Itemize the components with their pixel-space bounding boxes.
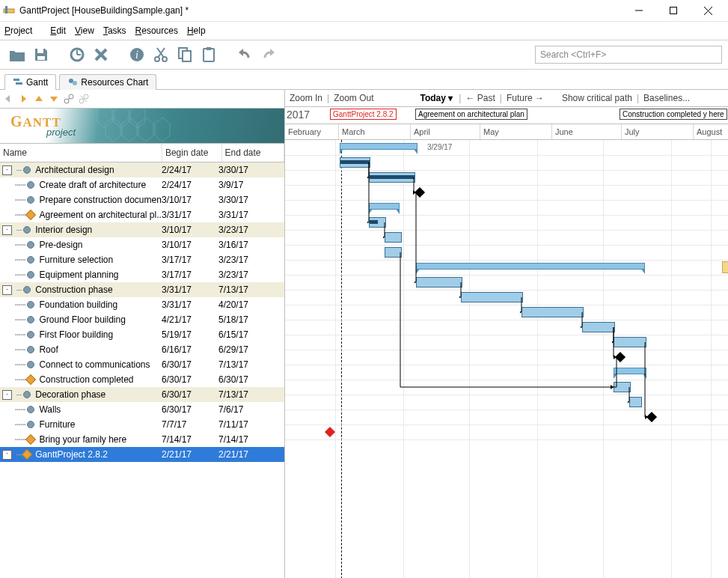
svg-line-29	[68, 98, 70, 100]
task-icon	[27, 421, 34, 428]
month-august: August	[694, 124, 728, 139]
tree-toggle[interactable]: ·	[2, 450, 12, 460]
task-bar[interactable]	[369, 172, 415, 183]
task-row[interactable]: ⋯⋯Create draft of architecture2/24/173/9…	[0, 177, 284, 192]
task-row[interactable]: ⋯⋯Walls6/30/177/6/17	[0, 402, 284, 417]
task-row[interactable]: -—Decoration phase6/30/177/13/17	[0, 387, 284, 402]
menu-tasks[interactable]: Tasks	[103, 25, 126, 36]
svg-point-25	[69, 79, 73, 83]
task-bar[interactable]	[521, 307, 584, 317]
today-button[interactable]: Today ▾	[420, 93, 453, 103]
nav-back-button[interactable]	[3, 93, 15, 105]
move-up-button[interactable]	[33, 93, 45, 105]
cut-button[interactable]	[150, 43, 172, 66]
task-row[interactable]: ⋯⋯Construction completed6/30/176/30/17	[0, 372, 284, 387]
task-row[interactable]: ⋯⋯Bring your family here7/14/177/14/17	[0, 432, 284, 447]
task-row[interactable]: ⋯⋯Furniture7/7/177/11/17	[0, 417, 284, 432]
task-begin-date: 3/31/17	[162, 210, 218, 220]
task-row[interactable]: ⋯⋯Pre-design3/10/173/16/17	[0, 237, 284, 252]
tree-toggle[interactable]: -	[2, 225, 12, 235]
task-begin-date: 3/31/17	[162, 299, 218, 310]
menu-view[interactable]: View	[75, 25, 94, 36]
task-icon	[25, 374, 36, 385]
search-input[interactable]: Search <Ctrl+F>	[535, 46, 722, 64]
unlink-button[interactable]	[78, 93, 90, 105]
task-row[interactable]: ⋯⋯Ground Floor building4/21/175/18/17	[0, 312, 284, 327]
column-begin[interactable]: Begin date	[162, 144, 222, 162]
zoom-in-button[interactable]: Zoom In	[290, 93, 322, 103]
open-button[interactable]	[6, 43, 28, 66]
task-name: Construction phase	[35, 285, 112, 295]
task-end-date: 3/23/17	[218, 255, 278, 265]
task-bar[interactable]	[340, 157, 370, 168]
milestone-flag-construction[interactable]: Construction completed y here	[620, 109, 727, 120]
task-end-date: 7/13/17	[218, 359, 278, 370]
refresh-button[interactable]	[66, 43, 88, 66]
task-bar[interactable]	[582, 322, 615, 332]
tree-toggle[interactable]: -	[2, 165, 12, 175]
task-row[interactable]: ⋯⋯Prepare construction documents3/10/173…	[0, 192, 284, 207]
window-close-button[interactable]	[691, 0, 725, 21]
task-end-date: 7/6/17	[218, 404, 278, 415]
task-bar[interactable]	[369, 217, 386, 228]
task-row[interactable]: -—Construction phase3/31/177/13/17	[0, 282, 284, 297]
paste-button[interactable]	[198, 43, 220, 66]
task-end-date: 7/14/17	[218, 434, 278, 445]
summary-bar[interactable]	[369, 203, 400, 210]
task-bar[interactable]	[614, 382, 631, 392]
delete-button[interactable]	[90, 43, 112, 66]
svg-point-31	[84, 94, 88, 99]
summary-bar[interactable]	[340, 143, 417, 150]
column-name[interactable]: Name	[0, 144, 162, 162]
menu-edit[interactable]: Edit	[50, 25, 66, 36]
task-bar[interactable]	[461, 292, 523, 302]
save-button[interactable]	[30, 43, 52, 66]
critical-path-button[interactable]: Show critical path	[562, 93, 632, 103]
task-row[interactable]: -—Interior design3/10/173/23/17	[0, 222, 284, 237]
task-bar[interactable]	[629, 397, 642, 407]
nav-forward-button[interactable]	[18, 93, 30, 105]
column-end[interactable]: End date	[222, 144, 285, 162]
task-row[interactable]: ⋯⋯Roof6/16/176/29/17	[0, 342, 284, 357]
task-row[interactable]: ⋯⋯Foundation building3/31/174/20/17	[0, 297, 284, 312]
milestone-flag-agreement[interactable]: Agreement on architectural plan	[415, 109, 527, 120]
task-row[interactable]: -—Architectural design2/24/173/30/17	[0, 162, 284, 177]
redo-button[interactable]	[257, 43, 280, 66]
summary-bar[interactable]	[416, 263, 645, 270]
task-row[interactable]: ⋯⋯First Floor building5/19/176/15/17	[0, 327, 284, 342]
gantt-chart-area[interactable]: 3/29/17	[285, 140, 728, 578]
future-button[interactable]: Future →	[507, 93, 544, 103]
undo-button[interactable]	[233, 43, 256, 66]
copy-button[interactable]	[174, 43, 196, 66]
tree-toggle[interactable]: -	[2, 390, 12, 400]
tree-toggle[interactable]: -	[2, 285, 12, 295]
milestone-flag-ganttproject[interactable]: GanttProject 2.8.2	[330, 109, 397, 120]
task-bar[interactable]	[416, 277, 462, 288]
task-name: Pre-design	[39, 240, 82, 250]
task-bar[interactable]	[614, 337, 646, 347]
summary-bar[interactable]	[614, 368, 646, 374]
task-bar[interactable]	[385, 247, 402, 258]
task-end-date: 4/20/17	[218, 299, 278, 310]
baselines-button[interactable]: Baselines...	[643, 93, 690, 103]
task-bar[interactable]	[385, 232, 402, 243]
task-row[interactable]: ⋯⋯Equipment planning3/17/173/23/17	[0, 267, 284, 282]
task-icon	[27, 241, 34, 249]
menu-resources[interactable]: Resources	[135, 25, 178, 36]
task-row[interactable]: ·—GanttProject 2.8.22/21/172/21/17	[0, 447, 284, 462]
move-down-button[interactable]	[48, 93, 60, 105]
link-button[interactable]	[63, 93, 75, 105]
task-row[interactable]: ⋯⋯Furniture selection3/17/173/23/17	[0, 252, 284, 267]
window-minimize-button[interactable]	[622, 0, 656, 21]
menu-project[interactable]: Project	[4, 25, 41, 36]
tab-gantt[interactable]: Gantt	[4, 74, 56, 90]
task-row[interactable]: ⋯⋯Agreement on architectural pl...3/31/1…	[0, 207, 284, 222]
past-button[interactable]: ← Past	[465, 93, 495, 103]
menu-help[interactable]: Help	[187, 25, 206, 36]
tab-resources[interactable]: Resources Chart	[59, 74, 156, 90]
window-maximize-button[interactable]	[656, 0, 691, 21]
zoom-out-button[interactable]: Zoom Out	[334, 93, 373, 103]
task-end-date: 3/30/17	[218, 195, 278, 205]
task-row[interactable]: ⋯⋯Connect to communications6/30/177/13/1…	[0, 357, 284, 372]
info-button[interactable]: i	[126, 43, 148, 66]
